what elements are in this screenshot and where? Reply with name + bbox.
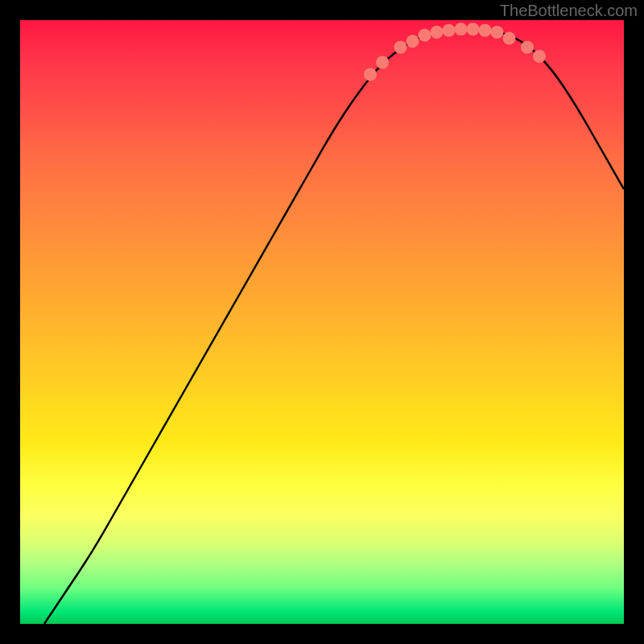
data-dot [364, 68, 377, 81]
data-dot [503, 32, 516, 45]
chart-svg [20, 20, 624, 624]
data-dot [533, 50, 546, 63]
data-dot [467, 23, 480, 35]
data-dot [455, 23, 468, 35]
data-dot [394, 41, 407, 54]
chart-container [20, 20, 624, 624]
data-dot [479, 24, 492, 37]
data-dot [491, 26, 504, 39]
bottleneck-curve [44, 29, 624, 624]
data-dot [407, 35, 419, 47]
attribution-text: TheBottleneck.com [500, 2, 638, 20]
data-dot [443, 24, 456, 37]
data-dots [364, 23, 546, 80]
data-dot [521, 41, 534, 54]
data-dot [431, 26, 444, 39]
data-dot [376, 56, 389, 69]
data-dot [419, 29, 431, 42]
